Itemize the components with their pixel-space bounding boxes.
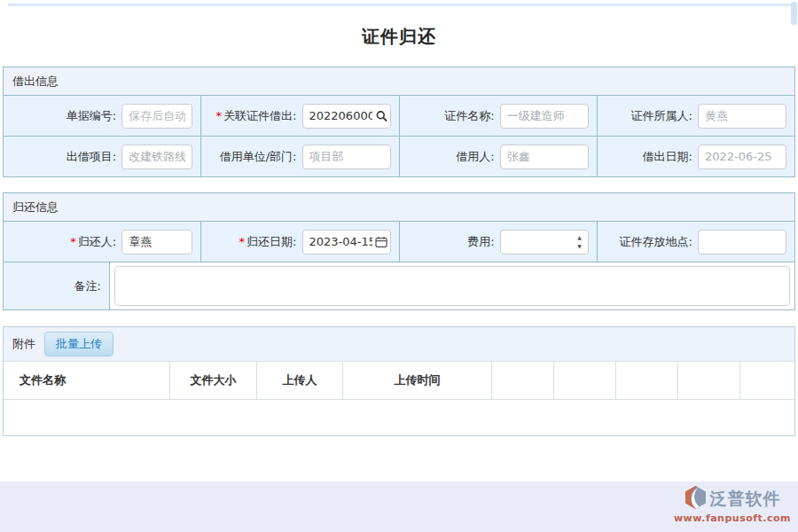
- remark-textarea[interactable]: [114, 266, 790, 306]
- cert-owner-label: 证件所属人:: [631, 108, 692, 124]
- borrow-dept-label: 借用单位/部门:: [220, 149, 297, 165]
- field-return-date: * 归还日期:: [200, 222, 398, 262]
- fee-label: 费用:: [467, 234, 494, 250]
- required-mark: *: [70, 235, 76, 248]
- page-title: 证件归还: [0, 25, 798, 49]
- attachments-title: 附件: [12, 336, 35, 352]
- vendor-logo-icon: [684, 485, 708, 513]
- lend-row-2: 出借项目: 借用单位/部门: 借用人: 借出日期:: [4, 136, 794, 176]
- cert-owner-input[interactable]: [698, 104, 786, 129]
- field-cert-name: 证件名称:: [399, 96, 597, 136]
- footer-strip: 泛普软件 www.fanpusoft.com: [0, 481, 798, 532]
- return-row-1: * 归还人: * 归还日期: 费用:: [4, 222, 794, 262]
- batch-upload-button[interactable]: 批量上传: [44, 332, 113, 356]
- field-borrower: 借用人:: [399, 137, 597, 176]
- field-lend-date: 借出日期:: [597, 137, 794, 176]
- return-info-header: 归还信息: [4, 193, 794, 222]
- col-header-uploader: 上传人: [256, 362, 342, 399]
- calendar-icon[interactable]: [375, 236, 387, 247]
- document-number-input[interactable]: [121, 104, 192, 129]
- required-mark: *: [216, 109, 223, 122]
- attachments-table-header: 文件名称 文件大小 上传人 上传时间: [4, 362, 794, 400]
- borrower-input[interactable]: [500, 145, 589, 169]
- fee-input[interactable]: [500, 230, 589, 254]
- required-mark: *: [239, 235, 246, 248]
- col-header-filesize: 文件大小: [169, 362, 256, 399]
- lend-project-input[interactable]: [121, 145, 192, 169]
- lend-info-header: 借出信息: [4, 67, 794, 96]
- vendor-logo: 泛普软件 www.fanpusoft.com: [674, 485, 791, 524]
- fee-wrap: ▲ ▼: [500, 230, 589, 254]
- lend-row-1: 单据编号: * 关联证件借出: 证件名称: 证件所属人:: [4, 96, 794, 136]
- related-cert-lend-wrap: [302, 104, 391, 129]
- returner-input[interactable]: [121, 230, 192, 254]
- document-number-label: 单据编号:: [66, 108, 116, 124]
- remark-row: 备注:: [4, 262, 794, 309]
- attachments-header: 附件 批量上传: [4, 327, 794, 362]
- field-returner: * 归还人:: [4, 222, 200, 262]
- return-date-label: 归还日期:: [246, 234, 296, 250]
- col-header-filename: 文件名称: [4, 362, 169, 399]
- field-borrow-dept: 借用单位/部门:: [200, 137, 398, 176]
- field-document-number: 单据编号:: [4, 96, 200, 136]
- field-storage-location: 证件存放地点:: [597, 222, 794, 262]
- vendor-name: 泛普软件: [709, 488, 780, 511]
- remark-area: [110, 262, 794, 309]
- fee-stepper[interactable]: ▲ ▼: [577, 235, 582, 249]
- stepper-down-icon[interactable]: ▼: [577, 244, 582, 249]
- stepper-up-icon[interactable]: ▲: [577, 235, 582, 240]
- field-related-cert-lend: * 关联证件借出:: [200, 96, 398, 136]
- borrower-label: 借用人:: [456, 149, 494, 165]
- col-header-empty-3: [615, 362, 677, 399]
- vendor-website: www.fanpusoft.com: [674, 512, 791, 524]
- cert-name-label: 证件名称:: [444, 108, 494, 124]
- lend-info-section: 借出信息 单据编号: * 关联证件借出: 证件名称: 证件: [3, 66, 795, 177]
- lend-date-label: 借出日期:: [643, 149, 692, 165]
- col-header-upload-time: 上传时间: [342, 362, 491, 399]
- related-cert-lend-label: 关联证件借出:: [223, 108, 296, 124]
- returner-label: 归还人:: [78, 234, 116, 250]
- lend-date-input[interactable]: [698, 145, 786, 169]
- field-cert-owner: 证件所属人:: [597, 96, 794, 136]
- storage-location-label: 证件存放地点:: [620, 234, 692, 250]
- col-header-empty-2: [553, 362, 615, 399]
- col-header-empty-4: [677, 362, 739, 399]
- lend-project-label: 出借项目:: [66, 149, 116, 165]
- remark-label: 备注:: [4, 262, 110, 309]
- col-header-empty-5: [739, 362, 794, 399]
- attachments-table-body: [4, 400, 794, 435]
- return-date-wrap: [302, 230, 391, 254]
- search-icon[interactable]: [376, 110, 387, 121]
- cert-name-input[interactable]: [500, 104, 589, 129]
- storage-location-input[interactable]: [698, 230, 786, 254]
- field-lend-project: 出借项目:: [4, 137, 200, 176]
- top-divider-line: [8, 4, 791, 6]
- attachments-section: 附件 批量上传 文件名称 文件大小 上传人 上传时间: [3, 326, 795, 436]
- field-fee: 费用: ▲ ▼: [399, 222, 597, 262]
- borrow-dept-input[interactable]: [302, 145, 391, 169]
- return-info-section: 归还信息 * 归还人: * 归还日期:: [3, 192, 795, 310]
- scrollbar-thumb[interactable]: [791, 2, 797, 25]
- col-header-empty-1: [491, 362, 553, 399]
